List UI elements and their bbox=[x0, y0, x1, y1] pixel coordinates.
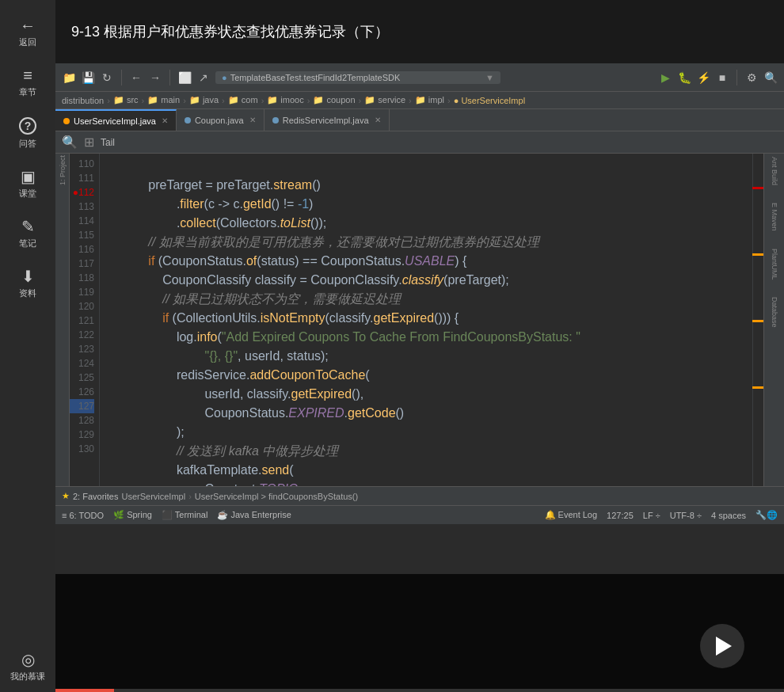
status-spaces[interactable]: 4 spaces bbox=[711, 511, 746, 520]
tab-bar: UserServiceImpl.java ✕ Coupon.java ✕ Red… bbox=[55, 109, 784, 131]
code-content: preTarget = preTarget.stream() .filter(c… bbox=[100, 154, 752, 486]
page-title: 9-13 根据用户和优惠券状态查找优惠券记录（下） bbox=[71, 22, 389, 41]
bc-sep-4: › bbox=[222, 96, 225, 105]
tab-dot-3 bbox=[272, 117, 279, 124]
bc-distribution[interactable]: distribution bbox=[62, 96, 104, 105]
bc-sep-2: › bbox=[142, 96, 145, 105]
stop-icon[interactable]: ■ bbox=[715, 70, 729, 85]
search-icon[interactable]: 🔍 bbox=[62, 135, 78, 150]
maven-label: E Maven bbox=[771, 203, 778, 231]
status-enterprise[interactable]: ☕ Java Enterprise bbox=[217, 510, 291, 520]
classroom-icon: ▣ bbox=[21, 169, 36, 184]
coverage-icon[interactable]: ⚡ bbox=[696, 70, 710, 85]
ide-status-bar: ≡ 6: TODO 🌿 Spring ⬛ Terminal ☕ Java Ent… bbox=[55, 505, 784, 524]
status-spring[interactable]: 🌿 Spring bbox=[113, 510, 152, 520]
run-config-dropdown[interactable]: ▼ bbox=[485, 73, 494, 82]
settings-icon[interactable]: ⚙ bbox=[744, 70, 759, 85]
gutter-warning-1 bbox=[752, 253, 763, 256]
status-terminal[interactable]: ⬛ Terminal bbox=[162, 510, 207, 520]
layout-icon[interactable]: ⬜ bbox=[177, 70, 192, 85]
status-position: 127:25 bbox=[607, 511, 634, 520]
tab-close-3[interactable]: ✕ bbox=[375, 116, 381, 124]
bookmark-icon[interactable]: ⊞ bbox=[84, 135, 94, 150]
status-encoding[interactable]: UTF-8 ÷ bbox=[670, 511, 702, 520]
tab-userserviceimpl[interactable]: UserServiceImpl.java ✕ bbox=[55, 109, 177, 131]
debug-icon[interactable]: 🐛 bbox=[677, 70, 691, 85]
sidebar-item-mycourse[interactable]: ◎ 我的慕课 bbox=[0, 642, 55, 692]
bottom-nav-breadcrumb: ★ 2: Favorites UserServiceImpl › UserSer… bbox=[55, 486, 784, 505]
bottom-breadcrumb-left: 2: Favorites bbox=[73, 492, 118, 501]
bc-sep-7: › bbox=[359, 96, 362, 105]
sidebar: ← 返回 ≡ 章节 ? 问答 ▣ 课堂 ✎ 笔记 ⬇ 资料 ◎ 我的慕课 bbox=[0, 0, 55, 692]
search-everywhere-icon[interactable]: 🔍 bbox=[763, 70, 778, 85]
tab-close-1[interactable]: ✕ bbox=[162, 116, 168, 125]
course-icon: ◎ bbox=[21, 652, 35, 667]
forward-nav-icon[interactable]: → bbox=[148, 70, 162, 85]
sidebar-item-materials[interactable]: ⬇ 资料 bbox=[0, 259, 55, 309]
refresh-icon[interactable]: ↻ bbox=[100, 70, 114, 85]
menu-icon: ≡ bbox=[23, 67, 32, 83]
tab-coupon[interactable]: Coupon.java ✕ bbox=[177, 109, 265, 131]
bc-file[interactable]: ● UserServiceImpl bbox=[454, 96, 525, 105]
tail-label: Tail bbox=[101, 137, 115, 148]
tab-dot-1 bbox=[63, 118, 70, 124]
status-event-log[interactable]: 🔔 Event Log bbox=[545, 510, 598, 520]
tab-close-2[interactable]: ✕ bbox=[249, 116, 256, 124]
progress-fill bbox=[55, 689, 114, 692]
line-numbers: 110 111 ●112 113 114 115 116 117 118 119… bbox=[70, 154, 100, 486]
project-label: 1: Project bbox=[59, 155, 67, 185]
bc-java[interactable]: 📁 java bbox=[189, 95, 219, 105]
sidebar-item-chapters[interactable]: ≡ 章节 bbox=[0, 58, 55, 108]
sidebar-item-notes[interactable]: ✎ 笔记 bbox=[0, 209, 55, 259]
toolbar-sep-1 bbox=[121, 70, 122, 86]
bc-sep-5: › bbox=[261, 96, 265, 105]
cursor-icon[interactable]: ↗ bbox=[196, 70, 211, 85]
status-lf[interactable]: LF ÷ bbox=[643, 511, 660, 520]
play-triangle bbox=[716, 637, 732, 656]
status-icons: 🔧🌐 bbox=[755, 510, 778, 520]
run-icon[interactable]: ▶ bbox=[658, 70, 672, 85]
back-icon: ← bbox=[20, 17, 36, 33]
run-config[interactable]: ● TemplateBaseTest.testFindId2TemplateSD… bbox=[215, 71, 500, 84]
bc-sep-3: › bbox=[183, 96, 186, 105]
bc-sep-8: › bbox=[409, 96, 412, 105]
bc-service[interactable]: 📁 service bbox=[364, 95, 405, 105]
play-button[interactable] bbox=[700, 624, 744, 668]
toolbar-sep-3 bbox=[736, 70, 737, 86]
search-bar: 🔍 ⊞ Tail bbox=[55, 131, 784, 154]
sidebar-item-qa[interactable]: ? 问答 bbox=[0, 108, 55, 159]
bc-coupon[interactable]: 📁 coupon bbox=[313, 95, 355, 105]
status-todo[interactable]: ≡ 6: TODO bbox=[62, 511, 104, 520]
bottom-bc-userservice[interactable]: UserServiceImpl bbox=[121, 492, 185, 501]
bc-sep-9: › bbox=[447, 96, 451, 105]
tab-label-1: UserServiceImpl.java bbox=[74, 116, 156, 126]
right-gutter bbox=[752, 154, 763, 486]
back-nav-icon[interactable]: ← bbox=[129, 70, 143, 85]
ant-label: Ant Build bbox=[771, 157, 778, 185]
run-config-dot: ● bbox=[222, 73, 227, 82]
save-icon[interactable]: 💾 bbox=[81, 70, 95, 85]
ide-container: 📁 💾 ↻ ← → ⬜ ↗ ● TemplateBaseTest.testFin… bbox=[55, 63, 784, 574]
toolbar-sep-2 bbox=[169, 70, 170, 86]
toolbar-right: ▶ 🐛 ⚡ ■ ⚙ 🔍 bbox=[658, 70, 778, 86]
folder-icon[interactable]: 📁 bbox=[62, 70, 76, 85]
database-label: Database bbox=[771, 297, 778, 328]
bc-main[interactable]: 📁 main bbox=[147, 95, 180, 105]
left-panel-project: 1: Project bbox=[55, 154, 70, 486]
bc-imooc[interactable]: 📁 imooc bbox=[267, 95, 303, 105]
main-area: 📁 💾 ↻ ← → ⬜ ↗ ● TemplateBaseTest.testFin… bbox=[55, 63, 784, 692]
enterprise-icon: ☕ bbox=[217, 510, 228, 519]
gutter-warning-3 bbox=[752, 386, 763, 389]
bc-impl[interactable]: 📁 impl bbox=[415, 95, 444, 105]
tab-label-3: RedisServiceImpl.java bbox=[283, 116, 369, 125]
sidebar-item-classroom[interactable]: ▣ 课堂 bbox=[0, 159, 55, 209]
todo-icon: ≡ bbox=[62, 511, 67, 520]
bc-sep-6: › bbox=[307, 96, 310, 105]
tab-redisserviceimpl[interactable]: RedisServiceImpl.java ✕ bbox=[265, 109, 390, 131]
gutter-error-1 bbox=[752, 187, 763, 189]
progress-bar[interactable] bbox=[55, 689, 784, 692]
bc-com[interactable]: 📁 com bbox=[228, 95, 258, 105]
bc-src[interactable]: 📁 src bbox=[113, 95, 139, 105]
breadcrumb: distribution › 📁 src › 📁 main › 📁 java ›… bbox=[55, 92, 784, 109]
sidebar-item-back[interactable]: ← 返回 bbox=[0, 8, 55, 58]
